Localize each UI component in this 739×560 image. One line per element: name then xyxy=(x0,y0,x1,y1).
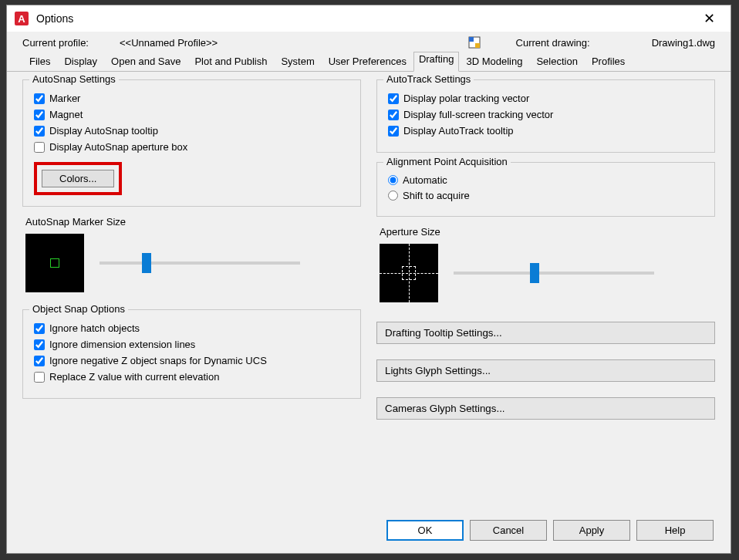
tab-open-save[interactable]: Open and Save xyxy=(104,52,187,71)
tab-profiles[interactable]: Profiles xyxy=(585,52,632,71)
tab-drafting[interactable]: Drafting xyxy=(413,52,460,72)
drafting-tooltip-settings-button[interactable]: Drafting Tooltip Settings... xyxy=(376,322,715,344)
colors-button[interactable]: Colors... xyxy=(42,170,114,187)
marker-size-title: AutoSnap Marker Size xyxy=(25,216,358,228)
fullscreen-tracking-input[interactable] xyxy=(388,110,399,120)
replace-z-checkbox[interactable]: Replace Z value with current elevation xyxy=(34,371,349,383)
automatic-label: Automatic xyxy=(403,174,447,186)
ignore-dim-checkbox[interactable]: Ignore dimension extension lines xyxy=(34,339,349,350)
polar-tracking-input[interactable] xyxy=(388,93,399,104)
marker-checkbox[interactable]: Marker xyxy=(34,93,349,104)
align-title: Alignment Point Acquisition xyxy=(383,156,511,167)
close-button[interactable]: ✕ xyxy=(696,7,723,30)
help-button[interactable]: Help xyxy=(636,520,714,541)
autosnap-tooltip-input[interactable] xyxy=(34,126,45,137)
automatic-radio-input[interactable] xyxy=(388,175,398,185)
replace-z-label: Replace Z value with current elevation xyxy=(49,371,219,383)
shift-acquire-radio[interactable]: Shift to acquire xyxy=(388,190,704,201)
automatic-radio[interactable]: Automatic xyxy=(388,174,704,186)
app-logo-icon: A xyxy=(15,12,29,25)
object-snap-options-group: Object Snap Options Ignore hatch objects… xyxy=(22,309,361,399)
current-drawing-value: Drawing1.dwg xyxy=(652,37,715,49)
tab-plot[interactable]: Plot and Publish xyxy=(187,52,274,71)
ok-button[interactable]: OK xyxy=(386,520,464,541)
current-profile-value: <<Unnamed Profile>> xyxy=(120,37,218,49)
cancel-button[interactable]: Cancel xyxy=(470,520,547,541)
fullscreen-tracking-checkbox[interactable]: Display full-screen tracking vector xyxy=(388,109,704,120)
aperture-size-slider[interactable] xyxy=(454,272,654,275)
aperture-box-input[interactable] xyxy=(34,142,45,153)
aperture-preview xyxy=(380,244,438,302)
ignore-hatch-label: Ignore hatch objects xyxy=(49,322,140,334)
ignore-dim-input[interactable] xyxy=(34,339,45,350)
marker-preview xyxy=(25,234,84,292)
current-drawing-label: Current drawing: xyxy=(516,37,590,49)
shift-acquire-label: Shift to acquire xyxy=(403,190,470,201)
autotrack-tooltip-input[interactable] xyxy=(388,126,399,137)
marker-size-slider[interactable] xyxy=(100,261,300,265)
replace-z-input[interactable] xyxy=(34,372,45,383)
tab-files[interactable]: Files xyxy=(22,52,57,71)
options-dialog: A Options ✕ Current profile: <<Unnamed P… xyxy=(6,5,731,554)
tab-user-pref[interactable]: User Preferences xyxy=(322,52,413,71)
footer: OK Cancel Apply Help xyxy=(7,512,731,553)
aperture-box-label: Display AutoSnap aperture box xyxy=(49,141,187,153)
autotrack-settings-group: AutoTrack Settings Display polar trackin… xyxy=(376,79,715,153)
lights-glyph-settings-button[interactable]: Lights Glyph Settings... xyxy=(376,359,715,382)
tab-system[interactable]: System xyxy=(274,52,321,71)
ignore-dim-label: Ignore dimension extension lines xyxy=(49,339,195,350)
shift-acquire-input[interactable] xyxy=(388,191,398,201)
tab-3d-modeling[interactable]: 3D Modeling xyxy=(459,52,529,71)
apply-button[interactable]: Apply xyxy=(553,520,630,541)
fullscreen-tracking-label: Display full-screen tracking vector xyxy=(403,109,553,120)
svg-rect-2 xyxy=(475,43,480,48)
autosnap-settings-group: AutoSnap Settings Marker Magnet Display … xyxy=(22,79,361,207)
svg-rect-1 xyxy=(469,37,474,42)
autotrack-tooltip-label: Display AutoTrack tooltip xyxy=(403,125,514,137)
marker-label: Marker xyxy=(49,93,80,104)
magnet-label: Magnet xyxy=(49,109,83,120)
ignore-negz-label: Ignore negative Z object snaps for Dynam… xyxy=(49,355,267,366)
cameras-glyph-settings-button[interactable]: Cameras Glyph Settings... xyxy=(376,397,715,420)
drawing-icon xyxy=(468,36,481,49)
autosnap-title: AutoSnap Settings xyxy=(29,73,119,85)
window-title: Options xyxy=(36,12,73,25)
colors-highlight: Colors... xyxy=(34,162,122,195)
profile-row: Current profile: <<Unnamed Profile>> Cur… xyxy=(7,32,731,52)
polar-tracking-checkbox[interactable]: Display polar tracking vector xyxy=(388,93,704,104)
tabs: Files Display Open and Save Plot and Pub… xyxy=(7,52,731,72)
tab-selection[interactable]: Selection xyxy=(529,52,584,71)
ignore-hatch-input[interactable] xyxy=(34,323,45,334)
magnet-checkbox-input[interactable] xyxy=(34,110,45,120)
alignment-point-group: Alignment Point Acquisition Automatic Sh… xyxy=(376,162,715,217)
autosnap-tooltip-label: Display AutoSnap tooltip xyxy=(49,125,158,137)
autotrack-title: AutoTrack Settings xyxy=(383,73,474,85)
autosnap-tooltip-checkbox[interactable]: Display AutoSnap tooltip xyxy=(34,125,349,137)
titlebar: A Options ✕ xyxy=(7,5,731,32)
ignore-negz-input[interactable] xyxy=(34,356,45,366)
magnet-checkbox[interactable]: Magnet xyxy=(34,109,349,120)
marker-checkbox-input[interactable] xyxy=(34,93,45,104)
aperture-size-title: Aperture Size xyxy=(380,226,712,238)
osnap-title: Object Snap Options xyxy=(29,303,128,315)
autotrack-tooltip-checkbox[interactable]: Display AutoTrack tooltip xyxy=(388,125,704,137)
aperture-box-checkbox[interactable]: Display AutoSnap aperture box xyxy=(34,141,349,153)
tab-display[interactable]: Display xyxy=(57,52,104,71)
current-profile-label: Current profile: xyxy=(22,37,89,49)
polar-tracking-label: Display polar tracking vector xyxy=(403,93,529,104)
ignore-negz-checkbox[interactable]: Ignore negative Z object snaps for Dynam… xyxy=(34,355,349,366)
ignore-hatch-checkbox[interactable]: Ignore hatch objects xyxy=(34,322,349,334)
